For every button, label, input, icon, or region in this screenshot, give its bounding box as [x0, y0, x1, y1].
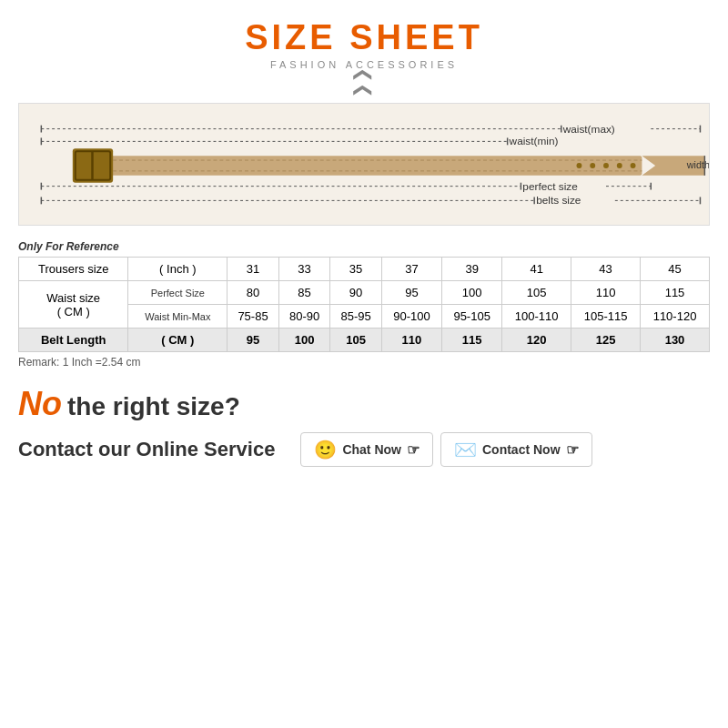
perfect-100: 100 — [442, 281, 502, 305]
right-size-text: the right size? — [67, 392, 240, 420]
belt-diagram: waist(max) waist(min) perfect size belts… — [18, 103, 710, 226]
minmax-95-105: 95-105 — [442, 305, 502, 329]
no-word: No — [18, 385, 62, 422]
svg-point-6 — [590, 163, 595, 168]
contact-service-line: Contact our Online Service 🙂 Chat Now ☞ … — [18, 432, 710, 467]
minmax-85-95: 85-95 — [330, 305, 382, 329]
col-37: 37 — [381, 258, 441, 281]
remark-text: Remark: 1 Inch =2.54 cm — [18, 356, 710, 369]
perfect-90: 90 — [330, 281, 382, 305]
svg-rect-1 — [77, 156, 642, 176]
svg-point-8 — [617, 163, 622, 168]
col-35: 35 — [330, 258, 382, 281]
perfect-95: 95 — [381, 281, 441, 305]
svg-text:belts size: belts size — [536, 194, 581, 207]
chat-now-label: Chat Now — [342, 442, 401, 457]
col-33: 33 — [278, 258, 330, 281]
minmax-80-90: 80-90 — [278, 305, 330, 329]
belt-length-label: Belt Length — [19, 329, 128, 352]
waist-size-label: Waist size ( CM ) — [19, 281, 128, 329]
no-right-size-section: Nothe right size? Contact our Online Ser… — [18, 385, 710, 467]
minmax-75-85: 75-85 — [228, 305, 279, 329]
perfect-110: 110 — [571, 281, 641, 305]
belt-120: 120 — [502, 329, 571, 352]
belt-95: 95 — [228, 329, 279, 352]
belt-115: 115 — [442, 329, 502, 352]
chat-now-button[interactable]: 🙂 Chat Now ☞ — [300, 432, 433, 467]
belt-130: 130 — [641, 329, 710, 352]
waist-minmax-sublabel: Waist Min-Max — [128, 305, 228, 329]
page-title: SIZE SHEET — [245, 18, 483, 57]
belt-100: 100 — [278, 329, 330, 352]
hand-icon2: ☞ — [566, 441, 579, 459]
belt-105: 105 — [330, 329, 382, 352]
no-size-line: Nothe right size? — [18, 385, 710, 423]
contact-service-text: Contact our Online Service — [18, 438, 275, 461]
col-41: 41 — [502, 258, 571, 281]
hand-icon: ☞ — [407, 441, 420, 459]
svg-text:waist(max): waist(max) — [562, 123, 615, 136]
contact-now-button[interactable]: ✉️ Contact Now ☞ — [440, 432, 592, 467]
belt-125: 125 — [571, 329, 641, 352]
perfect-115: 115 — [641, 281, 710, 305]
only-ref-label: Only For Reference — [18, 240, 710, 253]
perfect-85: 85 — [278, 281, 330, 305]
perfect-80: 80 — [228, 281, 279, 305]
col-31: 31 — [228, 258, 279, 281]
minmax-105-115: 105-115 — [571, 305, 641, 329]
trousers-size-header: Trousers size — [19, 258, 128, 281]
belt-110: 110 — [381, 329, 441, 352]
minmax-90-100: 90-100 — [381, 305, 441, 329]
svg-point-5 — [576, 163, 581, 168]
chat-icon: 🙂 — [314, 439, 337, 460]
perfect-size-sublabel: Perfect Size — [128, 281, 228, 305]
perfect-105: 105 — [502, 281, 571, 305]
contact-now-label: Contact Now — [482, 442, 561, 457]
size-table: Trousers size ( Inch ) 31 33 35 37 39 41… — [18, 257, 710, 352]
col-45: 45 — [641, 258, 710, 281]
svg-point-7 — [603, 163, 609, 168]
col-43: 43 — [571, 258, 641, 281]
mail-icon: ✉️ — [454, 439, 477, 460]
chevron-down-icon: ❮❮ — [355, 67, 373, 98]
minmax-100-110: 100-110 — [502, 305, 571, 329]
belt-length-unit: ( CM ) — [128, 329, 228, 352]
minmax-110-120: 110-120 — [641, 305, 710, 329]
svg-point-9 — [631, 163, 636, 168]
col-39: 39 — [442, 258, 502, 281]
inch-unit-header: ( Inch ) — [128, 258, 228, 281]
svg-text:perfect size: perfect size — [522, 180, 578, 193]
svg-text:waist(min): waist(min) — [509, 135, 559, 147]
svg-text:width: width — [686, 159, 709, 170]
